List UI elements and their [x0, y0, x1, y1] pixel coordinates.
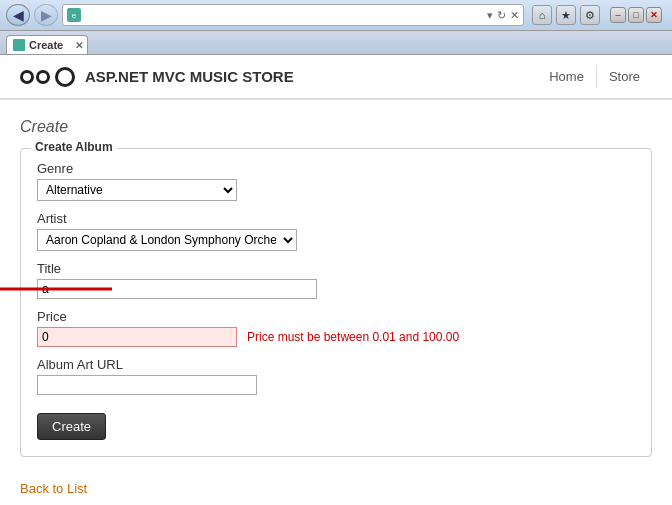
favicon: e [67, 8, 81, 22]
site-logo: ASP.NET MVC MUSIC STORE [20, 67, 294, 87]
browser-chrome: ◀ ▶ e http://localhost:26641/StoreManage… [0, 0, 672, 31]
back-nav-button[interactable]: ◀ [6, 4, 30, 26]
url-group: Album Art URL [37, 357, 635, 395]
header-divider [0, 99, 672, 100]
title-input-container [37, 279, 317, 299]
minimize-button[interactable]: – [610, 7, 626, 23]
url-label: Album Art URL [37, 357, 635, 372]
genre-label: Genre [37, 161, 635, 176]
genre-select[interactable]: Alternative Jazz Rock Disco Classical [37, 179, 237, 201]
address-bar: e http://localhost:26641/StoreManager/Cr… [62, 4, 524, 26]
site-nav: Home Store [537, 65, 652, 88]
site-title: ASP.NET MVC MUSIC STORE [85, 68, 294, 85]
form-box-legend: Create Album [31, 140, 117, 154]
forward-nav-button[interactable]: ▶ [34, 4, 58, 26]
page-heading: Create [20, 118, 652, 136]
browser-toolbar-right: ⌂ ★ ⚙ [532, 5, 600, 25]
stop-icon[interactable]: ✕ [510, 9, 519, 22]
maximize-button[interactable]: □ [628, 7, 644, 23]
artist-group: Artist Aaron Copland & London Symphony O… [37, 211, 635, 251]
refresh-icon[interactable]: ↻ [497, 9, 506, 22]
logo-graphic [20, 67, 75, 87]
artist-select[interactable]: Aaron Copland & London Symphony Orchestr… [37, 229, 297, 251]
window-controls: – □ ✕ [610, 7, 662, 23]
price-label: Price [37, 309, 635, 324]
home-icon[interactable]: ⌂ [532, 5, 552, 25]
genre-group: Genre Alternative Jazz Rock Disco Classi… [37, 161, 635, 201]
page-wrapper: ASP.NET MVC MUSIC STORE Home Store Creat… [0, 55, 672, 505]
content-area: Create Create Album Genre Alternative Ja… [0, 108, 672, 505]
create-album-form-box: Create Album Genre Alternative Jazz Rock… [20, 148, 652, 457]
url-input[interactable]: http://localhost:26641/StoreManager/Crea… [85, 9, 483, 21]
tab-favicon [13, 39, 25, 51]
url-input-field[interactable] [37, 375, 257, 395]
title-group: Title [37, 261, 635, 299]
tab-close-icon[interactable]: ✕ [75, 40, 83, 51]
site-header: ASP.NET MVC MUSIC STORE Home Store [0, 55, 672, 99]
nav-store[interactable]: Store [597, 65, 652, 88]
settings-icon[interactable]: ⚙ [580, 5, 600, 25]
favorites-icon[interactable]: ★ [556, 5, 576, 25]
search-dropdown-icon[interactable]: ▾ [487, 9, 493, 22]
artist-label: Artist [37, 211, 635, 226]
back-to-list-link[interactable]: Back to List [20, 481, 87, 496]
nav-home[interactable]: Home [537, 65, 597, 88]
tab-title: Create [29, 39, 63, 51]
price-group: Price Price must be between 0.01 and 100… [37, 309, 635, 347]
title-input[interactable] [37, 279, 317, 299]
tab-bar: Create ✕ [0, 31, 672, 55]
create-button[interactable]: Create [37, 413, 106, 440]
close-button[interactable]: ✕ [646, 7, 662, 23]
active-tab[interactable]: Create ✕ [6, 35, 88, 54]
title-label: Title [37, 261, 635, 276]
price-input[interactable] [37, 327, 237, 347]
price-error-message: Price must be between 0.01 and 100.00 [247, 330, 459, 344]
price-row: Price must be between 0.01 and 100.00 [37, 327, 635, 347]
